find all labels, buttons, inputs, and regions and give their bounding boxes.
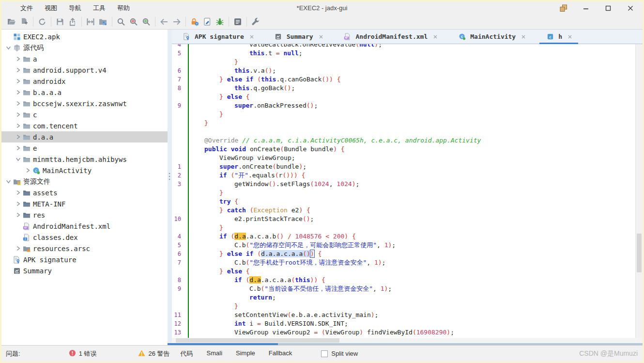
code-line-2[interactable]: }	[172, 58, 635, 66]
code-line-24[interactable]: 6} else if (d.a.a.c.a.a()) {	[172, 250, 635, 258]
expand-icon[interactable]	[24, 168, 31, 173]
tree-item-d.a.a[interactable]: d.a.a	[1, 131, 168, 142]
code-line-13[interactable]: ViewGroup viewGroup;	[172, 154, 635, 162]
tree-item-APK signature[interactable]: APK signature	[1, 254, 168, 265]
code-editor[interactable]: 4valueCallback.onReceiveValue(null);5thi…	[172, 44, 643, 338]
tree-item-com.tencent[interactable]: com.tencent	[1, 120, 168, 131]
deobfuscation-icon[interactable]	[188, 16, 201, 28]
tab-h[interactable]: ch	[539, 30, 578, 44]
code-line-7[interactable]: 9super.onBackPressed();	[172, 101, 635, 110]
view-mode-Fallback[interactable]: Fallback	[269, 349, 292, 358]
code-line-6[interactable]: } else {	[172, 93, 635, 101]
code-line-26[interactable]: } else {	[172, 267, 635, 276]
expand-icon[interactable]	[14, 56, 22, 62]
tree-editor-splitter[interactable]	[168, 30, 172, 345]
code-line-19[interactable]: } catch (Exception e2) {	[172, 206, 635, 215]
code-line-0[interactable]: 4valueCallback.onReceiveValue(null);	[172, 44, 635, 49]
code-line-11[interactable]: @Override // c.a.a.m, c.i.a.ActivityC006…	[172, 136, 635, 145]
flat-packages-icon[interactable]	[97, 16, 109, 28]
nav-back-icon[interactable]	[158, 16, 170, 28]
code-line-23[interactable]: 5C.b("您的储存空间不足，可能会影响您正常使用", 1);	[172, 241, 635, 250]
tab-Summary[interactable]: Summary	[268, 30, 329, 44]
expand-icon[interactable]	[14, 101, 22, 106]
tab-close-icon[interactable]	[567, 34, 572, 39]
tree-item-e[interactable]: e	[1, 142, 168, 154]
nav-forward-icon[interactable]	[170, 16, 183, 28]
tree-item-c[interactable]: c	[1, 109, 168, 120]
code-line-29[interactable]: return;	[172, 293, 635, 302]
expand-icon[interactable]	[14, 67, 22, 73]
code-line-9[interactable]: }	[172, 119, 635, 127]
tree-item-源代码[interactable]: 源代码	[1, 42, 168, 53]
horizontal-scrollbar[interactable]	[172, 338, 643, 343]
code-line-32[interactable]: 12int i = Build.VERSION.SDK_INT;	[172, 319, 635, 328]
tree-item-AndroidManifest.xml[interactable]: MFAndroidManifest.xml	[1, 221, 168, 232]
tree-item-android.support.v4[interactable]: android.support.v4	[1, 64, 168, 76]
bottom-panel-scrollbar-thumb[interactable]	[168, 343, 278, 345]
code-line-12[interactable]: public void onCreate(Bundle bundle) {	[172, 145, 635, 154]
expand-icon[interactable]	[14, 190, 22, 195]
bottom-panel-scrollbar[interactable]	[172, 343, 643, 345]
code-line-10[interactable]	[172, 127, 635, 136]
tree-item-minmtta.hemjcbm.ahibyws[interactable]: minmtta.hemjcbm.ahibyws	[1, 154, 168, 165]
window-stack-icon[interactable]	[559, 4, 568, 12]
code-line-20[interactable]: 10e2.printStackTrace();	[172, 215, 635, 223]
tree-item-a[interactable]: a	[1, 53, 168, 64]
reload-icon[interactable]	[36, 16, 48, 28]
expand-icon[interactable]	[14, 246, 22, 251]
sync-icon[interactable]	[84, 16, 97, 28]
vertical-scrollbar[interactable]	[635, 44, 643, 338]
maximize-button[interactable]	[604, 4, 613, 12]
tree-item-resources.arsc[interactable]: resources.arsc	[1, 243, 168, 254]
expand-icon[interactable]	[14, 134, 22, 140]
tab-MainActivity[interactable]: cMainActivity	[451, 30, 532, 44]
view-mode-Simple[interactable]: Simple	[236, 349, 255, 358]
view-mode-代码[interactable]: 代码	[181, 349, 193, 358]
tree-item-资源文件[interactable]: 资源文件	[1, 176, 168, 187]
expand-icon[interactable]	[14, 112, 22, 117]
preferences-icon[interactable]	[249, 16, 262, 28]
collapse-icon[interactable]	[4, 179, 12, 184]
close-button[interactable]	[626, 4, 635, 12]
collapse-icon[interactable]	[4, 45, 12, 50]
tree-item-classes.dex[interactable]: Jclasses.dex	[1, 232, 168, 243]
expand-icon[interactable]	[14, 201, 22, 206]
quark-engine-icon[interactable]	[201, 16, 214, 28]
menu-视图[interactable]: 视图	[40, 2, 61, 14]
tab-close-icon[interactable]	[433, 34, 438, 39]
tree-item-META-INF[interactable]: META-INF	[1, 198, 168, 209]
code-line-16[interactable]: 3getWindow().setFlags(1024, 1024);	[172, 180, 635, 189]
tab-APK signature[interactable]: APK signature	[176, 30, 260, 44]
code-line-3[interactable]: 6this.v.a();	[172, 66, 635, 75]
tree-item-b.a.a.a[interactable]: b.a.a.a	[1, 87, 168, 98]
text-search-icon[interactable]	[115, 16, 127, 28]
code-line-28[interactable]: 9C.b("当前设备不受信任，请注意资金安全", 1);	[172, 284, 635, 293]
code-line-8[interactable]: }	[172, 110, 635, 119]
split-view-toggle[interactable]: Split view	[321, 350, 358, 357]
expand-icon[interactable]	[14, 212, 22, 218]
split-view-checkbox[interactable]	[321, 350, 328, 357]
add-files-icon[interactable]	[18, 16, 31, 28]
menu-帮助[interactable]: 帮助	[113, 2, 134, 14]
code-line-4[interactable]: 7} else if (this.q.canGoBack()) {	[172, 75, 635, 84]
expand-icon[interactable]	[14, 79, 22, 84]
log-viewer-icon[interactable]	[231, 16, 244, 28]
menu-导航[interactable]: 导航	[64, 2, 86, 14]
code-line-25[interactable]: 7C.b("您手机处于root环境，请注意资金安全", 1);	[172, 258, 635, 267]
tab-close-icon[interactable]	[319, 34, 323, 39]
code-line-31[interactable]: 11setContentView(e.b.a.e.activity_main);	[172, 311, 635, 319]
code-line-5[interactable]: 8this.q.goBack();	[172, 84, 635, 93]
tab-AndroidManifest.xml[interactable]: MFAndroidManifest.xml	[337, 30, 444, 44]
class-search-icon[interactable]	[127, 16, 140, 28]
expand-icon[interactable]	[14, 90, 22, 95]
code-viewport[interactable]: 4valueCallback.onReceiveValue(null);5thi…	[172, 44, 635, 338]
expand-icon[interactable]	[14, 123, 22, 128]
minimize-button[interactable]	[582, 4, 590, 12]
tree-item-bccsejw.sxexrix.zaswnwt[interactable]: bccsejw.sxexrix.zaswnwt	[1, 98, 168, 109]
code-line-18[interactable]: try {	[172, 197, 635, 206]
view-mode-Smali[interactable]: Smali	[207, 349, 223, 358]
export-icon[interactable]	[66, 16, 79, 28]
tree-item-Summary[interactable]: Summary	[1, 265, 168, 276]
tree-item-res[interactable]: res	[1, 209, 168, 221]
code-line-21[interactable]: }	[172, 223, 635, 232]
